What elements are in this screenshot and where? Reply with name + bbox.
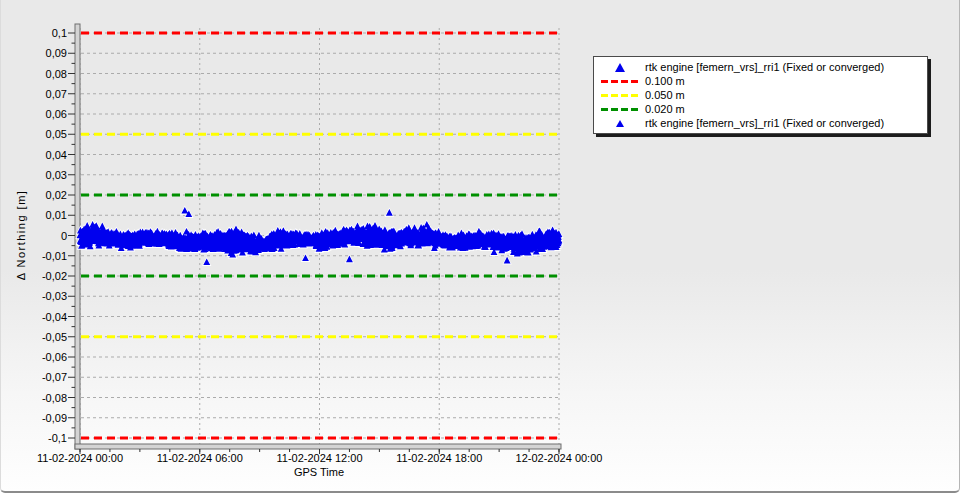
x-tick-label: 11-02-2024 06:00 (157, 452, 243, 464)
legend-entry: 0.050 m (594, 88, 927, 102)
y-tick-label: 0,03 (46, 169, 67, 181)
legend-entry: 0.100 m (594, 74, 927, 88)
y-tick-label: 0,02 (46, 189, 67, 201)
plot-window: 0,10,090,080,070,060,050,040,030,020,010… (0, 0, 960, 493)
y-tick-label: 0,1 (52, 27, 67, 39)
y-tick-label: -0,09 (42, 412, 67, 424)
legend-entry-label: rtk engine [femern_vrs]_rri1 (Fixed or c… (645, 117, 884, 129)
legend-triangle-marker-icon (600, 120, 640, 127)
y-tick-label: 0,01 (46, 209, 67, 221)
x-axis-bar (75, 444, 561, 449)
y-tick-label: -0,06 (42, 351, 67, 363)
legend-dash-line-icon (600, 80, 640, 83)
x-tick-label: 12-02-2024 00:00 (516, 452, 603, 464)
legend-dash-line-icon (600, 108, 640, 111)
legend-entry-label: 0.100 m (645, 75, 685, 87)
x-tick-label: 11-02-2024 18:00 (396, 452, 482, 464)
y-tick-label: -0,02 (42, 270, 67, 282)
y-tick-label: -0,08 (42, 392, 67, 404)
y-tick-label: 0,09 (46, 47, 67, 59)
y-tick-label: 0,08 (46, 68, 67, 80)
dashes-icon (601, 94, 639, 97)
y-tick-label: -0,05 (42, 331, 67, 343)
dashes-icon (601, 108, 639, 111)
dashes-icon (601, 80, 639, 83)
triangle-icon (615, 63, 625, 72)
legend-triangle-marker-icon (600, 63, 640, 72)
triangle-icon (616, 120, 624, 127)
legend-box: rtk engine [femern_vrs]_rri1 (Fixed or c… (593, 56, 928, 134)
y-tick-label: -0,1 (48, 432, 67, 444)
y-tick-label: 0,07 (46, 88, 67, 100)
legend-dash-line-icon (600, 94, 640, 97)
y-tick-label: 0,06 (46, 108, 67, 120)
legend-entry-label: 0.020 m (645, 103, 685, 115)
y-tick-label: 0 (61, 230, 67, 242)
y-axis-title: Δ Northing [m] (15, 135, 31, 335)
x-axis-title: GPS Time (219, 466, 419, 478)
y-tick-label: 0,05 (46, 128, 67, 140)
y-tick-label: 0,04 (46, 149, 67, 161)
y-tick-label: -0,07 (42, 371, 67, 383)
y-tick-label: -0,04 (42, 311, 67, 323)
legend-entry-label: rtk engine [femern_vrs]_rri1 (Fixed or c… (645, 61, 884, 73)
legend-entry: rtk engine [femern_vrs]_rri1 (Fixed or c… (594, 60, 927, 74)
y-tick-label: -0,01 (42, 250, 67, 262)
x-tick-label: 11-02-2024 12:00 (276, 452, 362, 464)
legend-entry-label: 0.050 m (645, 89, 685, 101)
x-tick-label: 11-02-2024 00:00 (37, 452, 123, 464)
y-tick-label: -0,03 (42, 290, 67, 302)
legend-entry: rtk engine [femern_vrs]_rri1 (Fixed or c… (594, 116, 927, 130)
legend-entry: 0.020 m (594, 102, 927, 116)
